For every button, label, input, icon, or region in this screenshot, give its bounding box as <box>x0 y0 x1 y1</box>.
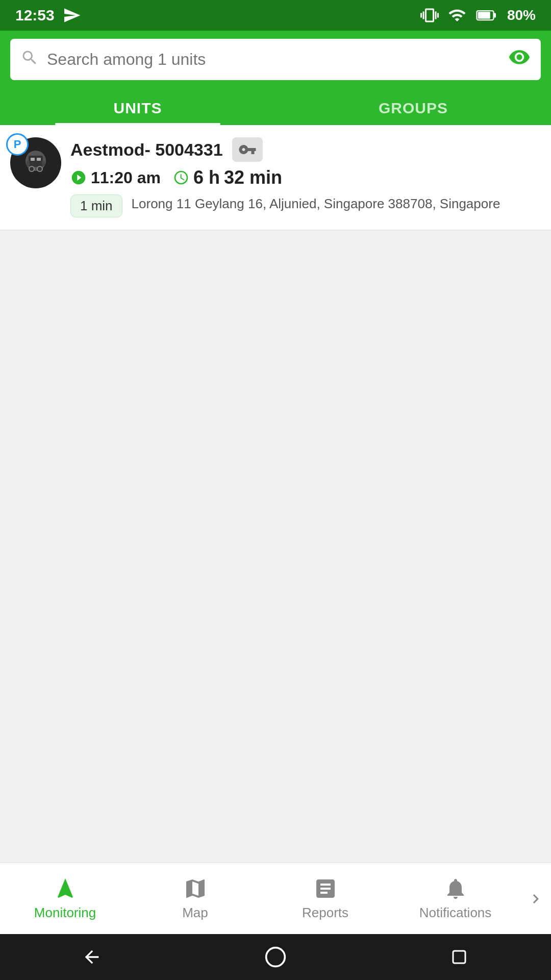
battery-percent: 80% <box>507 7 536 23</box>
key-icon-wrap <box>232 137 263 162</box>
recents-button[interactable] <box>444 942 474 972</box>
android-nav <box>0 934 551 980</box>
vibrate-icon <box>420 6 439 24</box>
svg-point-10 <box>37 166 42 172</box>
nav-more[interactable] <box>520 890 551 908</box>
status-time: 12:53 <box>15 7 55 24</box>
svg-point-9 <box>29 166 34 172</box>
back-button[interactable] <box>77 942 107 972</box>
status-bar: 12:53 80% <box>0 0 551 31</box>
clock-icon <box>173 169 189 186</box>
svg-rect-1 <box>478 12 490 19</box>
search-input[interactable] <box>47 50 500 69</box>
bottom-nav: Monitoring Map Reports Notifications <box>0 863 551 934</box>
nav-monitoring-label: Monitoring <box>34 905 96 921</box>
svg-rect-8 <box>42 161 45 166</box>
search-container <box>0 31 551 88</box>
reports-icon <box>313 876 338 901</box>
unit-card[interactable]: P Aestmod- 5004331 11:20 am <box>0 125 551 230</box>
svg-rect-5 <box>31 158 35 161</box>
navigation-icon <box>53 876 78 901</box>
duration-hours: 6 h <box>193 167 220 188</box>
avatar-wrap: P <box>10 137 61 188</box>
nav-reports-label: Reports <box>302 905 348 921</box>
home-button[interactable] <box>260 942 291 972</box>
unit-name: Aestmod- 5004331 <box>70 140 223 160</box>
unit-duration: 6 h 32 min <box>173 167 282 188</box>
nav-monitoring[interactable]: Monitoring <box>0 863 130 934</box>
status-icons: 80% <box>420 6 536 24</box>
search-bar[interactable] <box>10 39 541 80</box>
bell-icon <box>443 876 468 901</box>
unit-header: Aestmod- 5004331 <box>70 137 539 162</box>
nav-notifications[interactable]: Notifications <box>390 863 520 934</box>
svg-rect-4 <box>29 156 43 167</box>
eye-icon[interactable] <box>508 46 531 73</box>
nav-map-label: Map <box>182 905 208 921</box>
battery-icon <box>475 6 498 24</box>
wifi-icon <box>448 6 466 24</box>
svg-rect-7 <box>27 161 30 166</box>
chevron-right-icon <box>527 890 545 908</box>
send-icon <box>63 6 81 24</box>
unit-times: 11:20 am 6 h 32 min <box>70 167 539 188</box>
content-area: P Aestmod- 5004331 11:20 am <box>0 125 551 863</box>
duration-minutes: 32 min <box>224 167 282 188</box>
min-ago-badge: 1 min <box>70 194 122 217</box>
svg-rect-2 <box>493 13 496 18</box>
tabs: UNITS GROUPS <box>0 88 551 125</box>
key-icon <box>238 140 257 159</box>
nav-map[interactable]: Map <box>130 863 260 934</box>
map-icon <box>183 876 208 901</box>
tab-units[interactable]: UNITS <box>0 88 276 125</box>
unit-time: 11:20 am <box>70 168 161 187</box>
nav-reports[interactable]: Reports <box>260 863 390 934</box>
unit-address-row: 1 min Lorong 11 Geylang 16, Aljunied, Si… <box>70 194 539 217</box>
unit-address: Lorong 11 Geylang 16, Aljunied, Singapor… <box>132 194 500 213</box>
play-circle-icon <box>70 169 87 186</box>
nav-notifications-label: Notifications <box>419 905 492 921</box>
svg-rect-12 <box>453 951 465 963</box>
unit-info: Aestmod- 5004331 11:20 am <box>70 137 539 217</box>
svg-rect-6 <box>37 158 41 161</box>
search-icon <box>20 48 39 71</box>
tab-groups[interactable]: GROUPS <box>276 88 551 125</box>
svg-point-11 <box>266 948 285 967</box>
parking-badge: P <box>6 133 29 156</box>
unit-time-value: 11:20 am <box>91 168 161 187</box>
